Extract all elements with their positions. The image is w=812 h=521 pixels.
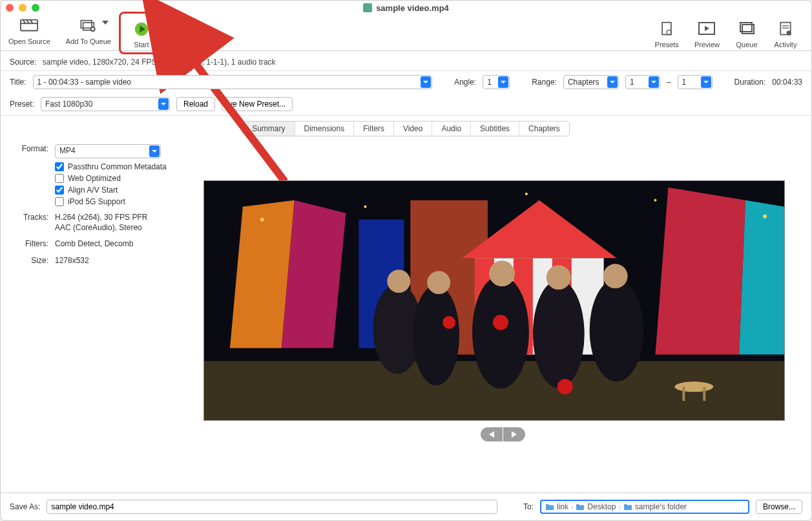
tab-filters[interactable]: Filters bbox=[354, 122, 394, 136]
folder-icon bbox=[623, 503, 632, 511]
passthru-input[interactable] bbox=[55, 162, 64, 171]
path-seg-1: Desktop bbox=[587, 502, 616, 511]
svg-marker-10 bbox=[102, 21, 109, 25]
title-bar: sample video.mp4 bbox=[1, 1, 811, 15]
duration-label: Duration: bbox=[734, 78, 766, 87]
align-av-checkbox[interactable]: Align A/V Start bbox=[55, 186, 184, 195]
tab-dimensions[interactable]: Dimensions bbox=[295, 122, 355, 136]
svg-point-57 bbox=[763, 215, 767, 218]
start-label: Start bbox=[134, 41, 149, 48]
web-optimized-input[interactable] bbox=[55, 174, 64, 183]
browse-button[interactable]: Browse... bbox=[756, 500, 802, 514]
window-title-text: sample video.mp4 bbox=[376, 3, 449, 13]
svg-point-52 bbox=[442, 316, 455, 329]
source-label: Source: bbox=[10, 58, 36, 67]
chevron-updown-icon bbox=[649, 76, 659, 88]
svg-point-48 bbox=[489, 260, 515, 286]
angle-select[interactable]: 1 bbox=[483, 75, 510, 89]
range-label: Range: bbox=[532, 78, 557, 87]
range-to-select[interactable]: 1 bbox=[678, 75, 713, 89]
tracks-value: H.264 (x264), 30 FPS PFR AAC (CoreAudio)… bbox=[55, 213, 184, 233]
passthru-checkbox[interactable]: Passthru Common Metadata bbox=[55, 162, 184, 171]
svg-point-54 bbox=[260, 218, 264, 222]
svg-point-17 bbox=[667, 30, 671, 34]
passthru-label: Passthru Common Metadata bbox=[68, 162, 167, 171]
reload-preset-button[interactable]: Reload bbox=[176, 97, 215, 111]
queue-button[interactable]: Queue bbox=[727, 15, 766, 51]
svg-point-50 bbox=[603, 264, 628, 288]
svg-point-46 bbox=[387, 270, 410, 293]
pause-icon bbox=[172, 17, 195, 35]
align-av-label: Align A/V Start bbox=[68, 186, 118, 195]
destination-path[interactable]: link › Desktop › sample's folder bbox=[540, 500, 749, 514]
svg-point-58 bbox=[525, 193, 528, 195]
angle-label: Angle: bbox=[454, 78, 476, 87]
svg-rect-14 bbox=[182, 22, 183, 28]
pause-button[interactable]: ause bbox=[164, 12, 203, 48]
svg-point-45 bbox=[590, 279, 644, 381]
tab-audio[interactable]: Audio bbox=[432, 122, 471, 136]
format-value: MP4 bbox=[59, 146, 76, 156]
path-seg-2: sample's folder bbox=[635, 502, 687, 511]
save-as-input[interactable] bbox=[47, 500, 497, 514]
ipod-label: iPod 5G Support bbox=[68, 197, 125, 206]
angle-value: 1 bbox=[487, 78, 492, 87]
add-to-queue-button[interactable]: Add To Queue bbox=[58, 12, 119, 48]
svg-rect-15 bbox=[184, 22, 186, 28]
range-from-select[interactable]: 1 bbox=[625, 75, 660, 89]
chevron-down-icon[interactable] bbox=[102, 21, 121, 37]
ipod-checkbox[interactable]: iPod 5G Support bbox=[55, 197, 184, 206]
activity-button[interactable]: Activity bbox=[766, 15, 805, 51]
preview-label: Preview bbox=[694, 41, 720, 48]
start-button-highlight: Start bbox=[119, 12, 164, 54]
open-source-button[interactable]: Open Source bbox=[1, 12, 58, 48]
ipod-input[interactable] bbox=[55, 197, 64, 206]
svg-marker-19 bbox=[705, 26, 709, 31]
svg-point-25 bbox=[787, 30, 791, 35]
source-row: Source: sample video, 1280x720, 24 FPS, … bbox=[1, 51, 811, 71]
chevron-updown-icon bbox=[158, 98, 169, 110]
tabs-container: Summary Dimensions Filters Video Audio S… bbox=[1, 116, 811, 142]
tab-video[interactable]: Video bbox=[394, 122, 432, 136]
tab-subtitles[interactable]: Subtitles bbox=[471, 122, 519, 136]
preset-row: Preset: Fast 1080p30 Reload ve New Prese… bbox=[1, 93, 811, 116]
range-mode-select[interactable]: Chapters bbox=[563, 75, 619, 89]
svg-point-53 bbox=[557, 379, 573, 394]
pause-label: ause bbox=[176, 37, 191, 45]
svg-point-59 bbox=[674, 381, 713, 392]
tab-chapters[interactable]: Chapters bbox=[519, 122, 569, 136]
svg-point-56 bbox=[654, 199, 656, 202]
preview-button[interactable]: Preview bbox=[687, 15, 727, 51]
log-icon bbox=[774, 20, 797, 38]
svg-point-49 bbox=[547, 265, 571, 290]
preset-select[interactable]: Fast 1080p30 bbox=[41, 97, 170, 111]
footer: Save As: To: link › Desktop › sample's f… bbox=[1, 493, 811, 520]
tab-summary[interactable]: Summary bbox=[243, 122, 295, 136]
presets-label: Presets bbox=[655, 41, 679, 48]
start-button[interactable]: Start bbox=[122, 15, 161, 51]
save-new-preset-button[interactable]: ve New Preset... bbox=[222, 97, 293, 111]
activity-label: Activity bbox=[775, 41, 797, 48]
range-from-value: 1 bbox=[630, 78, 634, 87]
folder-icon bbox=[576, 503, 585, 511]
save-as-label: Save As: bbox=[10, 502, 40, 511]
align-av-input[interactable] bbox=[55, 186, 64, 195]
web-optimized-checkbox[interactable]: Web Optimized bbox=[55, 174, 184, 183]
svg-point-44 bbox=[533, 280, 585, 388]
document-gear-icon bbox=[655, 20, 678, 38]
preview-prev-button[interactable] bbox=[481, 427, 503, 441]
play-icon bbox=[130, 20, 153, 38]
title-row: Title: 1 - 00:04:33 - sample video Angle… bbox=[1, 71, 811, 93]
stack-icon bbox=[735, 20, 758, 38]
presets-button[interactable]: Presets bbox=[647, 15, 687, 51]
title-select[interactable]: 1 - 00:04:33 - sample video bbox=[33, 75, 433, 89]
preview-next-button[interactable] bbox=[503, 427, 525, 441]
filters-label: Filters: bbox=[10, 239, 48, 250]
add-to-queue-label: Add To Queue bbox=[66, 37, 111, 45]
chevron-right-icon: › bbox=[571, 504, 573, 511]
title-select-value: 1 - 00:04:33 - sample video bbox=[37, 78, 131, 87]
source-value: sample video, 1280x720, 24 FPS, SDR (8-b… bbox=[43, 58, 276, 67]
format-select[interactable]: MP4 bbox=[55, 144, 161, 158]
open-source-label: Open Source bbox=[8, 37, 50, 45]
filters-value: Comb Detect, Decomb bbox=[55, 239, 184, 250]
